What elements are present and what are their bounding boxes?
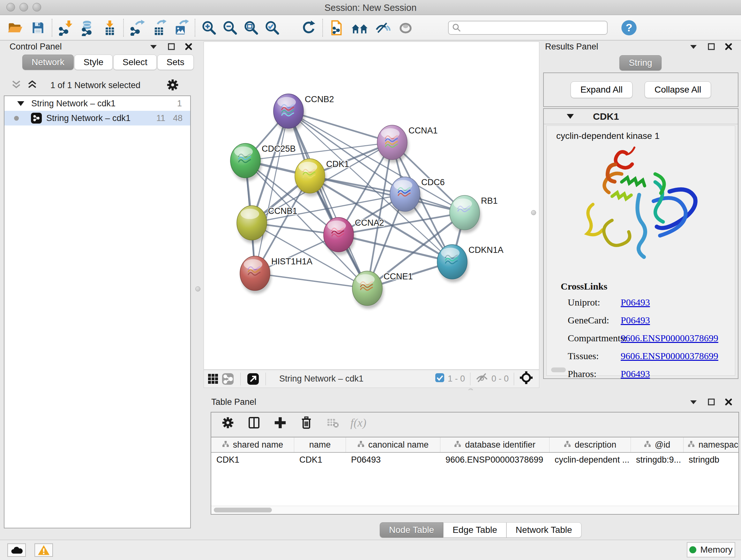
- string-home-icon[interactable]: [350, 18, 369, 37]
- table-settings-gear-icon[interactable]: [219, 415, 236, 431]
- search-input[interactable]: [461, 23, 599, 33]
- table-cell[interactable]: CDK1: [294, 453, 346, 468]
- zoom-out-icon[interactable]: [221, 18, 239, 37]
- network-edge-HIST1H1A-CCNE1[interactable]: [255, 273, 367, 288]
- table-cell[interactable]: 9606.ENSP00000378699: [441, 453, 549, 468]
- network-node-CCNB2[interactable]: [273, 94, 305, 132]
- panel-close-icon[interactable]: [725, 398, 732, 406]
- panel-menu-icon[interactable]: [149, 44, 158, 50]
- panel-float-icon[interactable]: [708, 398, 715, 406]
- selected-checkbox-icon[interactable]: [435, 373, 445, 385]
- grid-view-icon[interactable]: [206, 370, 220, 388]
- column-header-description[interactable]: description: [549, 437, 631, 452]
- control-tab-select[interactable]: Select: [113, 55, 157, 70]
- panel-close-icon[interactable]: [185, 43, 192, 50]
- panel-float-icon[interactable]: [708, 43, 715, 50]
- memory-button[interactable]: Memory: [687, 542, 735, 557]
- network-canvas[interactable]: CCNB2CCNA1CDC25BCDK1CDC6RB1CCNB1CCNA2CDK…: [204, 42, 539, 370]
- network-node-CCNE1[interactable]: [352, 271, 384, 309]
- table-cell[interactable]: cyclin-dependent ...: [549, 453, 631, 468]
- node-count: 11: [156, 113, 165, 123]
- column-header-canonical-name[interactable]: canonical name: [346, 437, 441, 452]
- expand-all-button[interactable]: Expand All: [570, 81, 632, 98]
- table-tab-edge-table[interactable]: Edge Table: [443, 522, 507, 538]
- cloud-button[interactable]: [7, 543, 26, 557]
- control-tab-style[interactable]: Style: [74, 55, 113, 70]
- import-network-database-icon[interactable]: [78, 18, 97, 37]
- gene-section-header[interactable]: CDK1: [544, 109, 738, 124]
- network-edge-CCNB2-HIST1H1A[interactable]: [255, 111, 288, 273]
- table-h-scrollbar[interactable]: [211, 506, 738, 514]
- hide-images-icon[interactable]: [374, 18, 392, 37]
- crosshair-icon[interactable]: [519, 371, 533, 387]
- open-session-icon[interactable]: [6, 18, 24, 37]
- table-tab-network-table[interactable]: Network Table: [507, 522, 582, 538]
- share-document-icon[interactable]: [327, 18, 346, 37]
- collapse-all-button[interactable]: Collapse All: [645, 81, 711, 98]
- update-icon[interactable]: [299, 18, 318, 37]
- toolbar-search[interactable]: [448, 21, 608, 35]
- show-eye-icon[interactable]: [396, 18, 415, 37]
- warnings-button[interactable]: [35, 543, 53, 557]
- export-image-icon[interactable]: [172, 18, 190, 37]
- network-node-CCNA1[interactable]: [377, 125, 408, 163]
- zoom-in-icon[interactable]: [200, 18, 218, 37]
- table-cell[interactable]: CDK1: [211, 453, 294, 468]
- table-row[interactable]: CDK1CDK1P064939606.ENSP00000378699cyclin…: [211, 453, 738, 468]
- column-header-namespace[interactable]: namespace: [684, 437, 738, 452]
- delete-table-icon[interactable]: [324, 415, 341, 431]
- table-cell[interactable]: stringdb: [684, 453, 738, 468]
- left-splitter-handle[interactable]: [195, 287, 200, 292]
- control-tab-sets[interactable]: Sets: [157, 55, 194, 70]
- import-network-file-icon[interactable]: [57, 18, 75, 37]
- network-node-CDK1[interactable]: [295, 159, 326, 196]
- network-row[interactable]: String Network – cdk1 11 48: [4, 111, 190, 125]
- column-header-@id[interactable]: @id: [631, 437, 684, 452]
- panel-float-icon[interactable]: [168, 43, 175, 50]
- export-network-icon[interactable]: [128, 18, 147, 37]
- network-options-gear-icon[interactable]: [166, 78, 179, 93]
- string-view-icon[interactable]: [220, 370, 235, 388]
- results-scrollbar-thumb[interactable]: [551, 368, 566, 372]
- table-cell[interactable]: P06493: [346, 453, 441, 468]
- table-scroll-thumb[interactable]: [214, 508, 272, 512]
- import-table-icon[interactable]: [100, 18, 119, 37]
- export-table-icon[interactable]: [150, 18, 169, 37]
- network-node-CCNA2[interactable]: [324, 217, 355, 255]
- crosslink-link-pharos[interactable]: P06493: [621, 368, 650, 379]
- panel-close-icon[interactable]: [725, 43, 732, 50]
- open-in-new-window-icon[interactable]: [246, 370, 260, 388]
- column-header-database-identifier[interactable]: database identifier: [441, 437, 549, 452]
- add-column-icon[interactable]: [272, 415, 288, 431]
- network-collection-row[interactable]: String Network – cdk1 1: [4, 96, 190, 111]
- column-header-name[interactable]: name: [294, 437, 346, 452]
- crosslink-link-genecard[interactable]: P06493: [621, 315, 650, 326]
- table-cell[interactable]: stringdb:9...: [631, 453, 684, 468]
- network-node-CDKN1A[interactable]: [437, 245, 468, 282]
- right-splitter-handle[interactable]: [531, 210, 536, 215]
- crosslink-link-compartments[interactable]: 9606.ENSP00000378699: [621, 333, 718, 344]
- panel-menu-icon[interactable]: [689, 44, 697, 50]
- section-caret-icon[interactable]: [567, 114, 574, 119]
- column-header-shared-name[interactable]: shared name: [211, 437, 294, 452]
- hidden-eye-icon[interactable]: [475, 372, 488, 385]
- network-node-HIST1H1A[interactable]: [240, 256, 271, 294]
- network-node-RB1[interactable]: [450, 195, 481, 233]
- collection-caret-icon[interactable]: [17, 101, 24, 106]
- network-node-CDC25B[interactable]: [230, 143, 262, 181]
- delete-column-icon[interactable]: [298, 415, 315, 431]
- panel-menu-icon[interactable]: [689, 399, 697, 405]
- save-session-icon[interactable]: [29, 18, 47, 37]
- control-tab-network[interactable]: Network: [22, 55, 74, 70]
- zoom-fit-icon[interactable]: [242, 18, 260, 37]
- zoom-selected-icon[interactable]: [263, 18, 281, 37]
- table-tab-node-table[interactable]: Node Table: [380, 522, 443, 538]
- function-builder-icon[interactable]: f(x): [350, 415, 366, 431]
- help-icon[interactable]: ?: [620, 18, 638, 37]
- tab-string[interactable]: String: [619, 55, 661, 71]
- crosslink-link-uniprot[interactable]: P06493: [621, 297, 650, 308]
- network-node-CCNB1[interactable]: [237, 206, 268, 243]
- crosslink-link-tissues[interactable]: 9606.ENSP00000378699: [621, 351, 718, 361]
- network-node-label-RB1: RB1: [481, 196, 498, 206]
- show-columns-icon[interactable]: [246, 415, 262, 431]
